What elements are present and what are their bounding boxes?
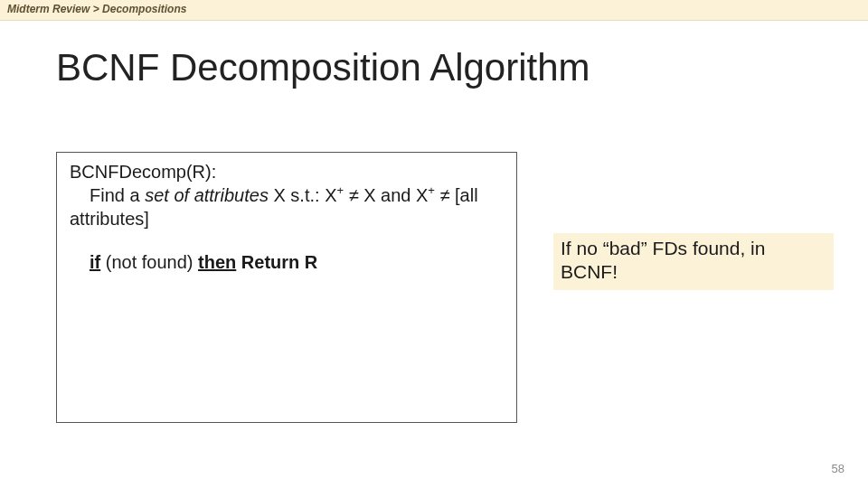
algorithm-box: BCNFDecomp(R): Find a set of attributes …	[56, 152, 517, 423]
algo-find-suffix-b: ≠ X and X	[344, 185, 428, 205]
algo-header: BCNFDecomp(R):	[70, 160, 504, 183]
algo-find-prefix: Find a	[90, 185, 145, 205]
algo-find-line: Find a set of attributes X s.t.: X+ ≠ X …	[70, 183, 504, 230]
algo-sup2: +	[428, 183, 435, 197]
algo-return-phrase: Return R	[236, 252, 317, 272]
algo-then-word: then	[198, 252, 236, 272]
page-number: 58	[832, 462, 844, 475]
algo-if-line: if (not found) then Return R	[70, 250, 504, 274]
algo-find-suffix-a: X s.t.: X	[269, 185, 337, 205]
breadcrumb: Midterm Review > Decompositions	[0, 0, 868, 21]
algo-if-mid: (not found)	[100, 252, 198, 272]
algo-find-ital: set of attributes	[145, 185, 269, 205]
algo-if-word: if	[90, 252, 100, 272]
algo-sup1: +	[336, 183, 344, 197]
page-title: BCNF Decomposition Algorithm	[56, 46, 868, 89]
side-note: If no “bad” FDs found, in BCNF!	[553, 233, 834, 290]
